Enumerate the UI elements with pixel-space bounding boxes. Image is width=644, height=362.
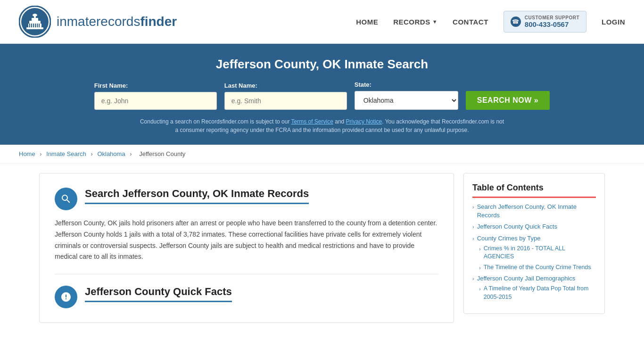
toc-link-4[interactable]: › Jefferson County Jail Demographics: [472, 274, 596, 283]
toc-list: › Search Jefferson County, OK Inmate Rec…: [472, 203, 596, 301]
toc-sub-link-3-1[interactable]: › Crimes % in 2016 - TOTAL ALL AGENCIES: [479, 245, 596, 261]
chevron-sub-icon-3-1: ›: [479, 246, 481, 253]
breadcrumb-sep2: ›: [91, 150, 94, 157]
last-name-input[interactable]: [224, 92, 347, 110]
toc-sub-item-3-1: › Crimes % in 2016 - TOTAL ALL AGENCIES: [479, 245, 596, 261]
sidebar-toc: Table of Contents › Search Jefferson Cou…: [463, 173, 605, 314]
toc-sub-4: › A Timeline of Yearly Data Pop Total fr…: [479, 285, 596, 301]
toc-item-4: › Jefferson County Jail Demographics › A…: [472, 274, 596, 301]
first-name-group: First Name:: [94, 82, 217, 110]
banner-title: Jefferson County, OK Inmate Search: [19, 57, 625, 72]
breadcrumb-inmate-search[interactable]: Inmate Search: [46, 150, 86, 157]
breadcrumb-state[interactable]: Oklahoma: [97, 150, 125, 157]
chevron-sub-icon-4-1: ›: [479, 286, 481, 293]
breadcrumb-home[interactable]: Home: [19, 150, 35, 157]
nav-contact[interactable]: CONTACT: [453, 18, 488, 26]
support-number: 800-433-0567: [525, 20, 579, 28]
toc-sub-item-3-2: › The Timeline of the County Crime Trend…: [479, 263, 596, 272]
main-nav: HOME RECORDS ▼ CONTACT ☎ CUSTOMER SUPPOR…: [356, 11, 625, 33]
toc-sub-link-4-1[interactable]: › A Timeline of Yearly Data Pop Total fr…: [479, 285, 596, 301]
svg-rect-12: [37, 24, 38, 27]
breadcrumb-sep1: ›: [40, 150, 43, 157]
headphone-icon: ☎: [511, 16, 521, 27]
section1-header: Search Jefferson County, OK Inmate Recor…: [55, 188, 438, 210]
first-name-input[interactable]: [94, 92, 217, 110]
svg-rect-5: [32, 18, 38, 21]
toc-link-2[interactable]: › Jefferson County Quick Facts: [472, 222, 596, 231]
svg-rect-10: [33, 24, 34, 27]
section-divider: [55, 274, 438, 274]
logo-text: inmaterecordsfinder: [57, 14, 177, 29]
toc-item-3: › County Crimes by Type › Crimes % in 20…: [472, 234, 596, 272]
svg-rect-2: [26, 27, 43, 29]
svg-rect-11: [35, 24, 36, 27]
nav-home[interactable]: HOME: [356, 18, 378, 26]
search-now-button[interactable]: SEARCH NOW »: [466, 91, 550, 110]
svg-rect-9: [31, 24, 32, 27]
svg-rect-13: [39, 24, 40, 27]
chevron-sub-icon-3-2: ›: [479, 264, 481, 272]
state-select[interactable]: Oklahoma: [355, 91, 458, 110]
search-banner: Jefferson County, OK Inmate Search First…: [0, 44, 644, 145]
section1-body: Jefferson County, OK jails hold prisoner…: [55, 218, 438, 263]
chevron-icon-4: ›: [472, 275, 474, 282]
last-name-group: Last Name:: [224, 82, 347, 110]
toc-item-2: › Jefferson County Quick Facts: [472, 222, 596, 231]
last-name-label: Last Name:: [224, 82, 257, 89]
toc-item-1: › Search Jefferson County, OK Inmate Rec…: [472, 203, 596, 220]
nav-login[interactable]: LOGIN: [602, 18, 625, 26]
chevron-icon-2: ›: [472, 223, 474, 230]
magnify-icon: [60, 193, 72, 205]
state-group: State: Oklahoma: [355, 81, 458, 110]
chevron-icon-1: ›: [472, 204, 474, 211]
toc-link-3[interactable]: › County Crimes by Type: [472, 234, 596, 243]
toc-sub-3: › Crimes % in 2016 - TOTAL ALL AGENCIES …: [479, 245, 596, 272]
breadcrumb: Home › Inmate Search › Oklahoma › Jeffer…: [0, 145, 644, 164]
nav-records[interactable]: RECORDS ▼: [393, 18, 438, 26]
section1-title: Search Jefferson County, OK Inmate Recor…: [85, 188, 309, 204]
chevron-icon-3: ›: [472, 235, 474, 242]
section2-header: Jefferson County Quick Facts: [55, 286, 438, 308]
breadcrumb-sep3: ›: [130, 150, 133, 157]
search-form: First Name: Last Name: State: Oklahoma S…: [19, 81, 625, 110]
banner-disclaimer: Conducting a search on Recordsfinder.com…: [138, 117, 506, 134]
search-section-icon: [55, 188, 77, 210]
state-label: State:: [355, 81, 372, 88]
svg-point-7: [33, 14, 37, 16]
svg-rect-4: [29, 21, 41, 24]
toc-link-1[interactable]: › Search Jefferson County, OK Inmate Rec…: [472, 203, 596, 220]
breadcrumb-county: Jefferson County: [139, 150, 185, 157]
toc-sub-link-3-2[interactable]: › The Timeline of the County Crime Trend…: [479, 263, 596, 272]
customer-support: ☎ CUSTOMER SUPPORT 800-433-0567: [504, 11, 586, 33]
terms-link[interactable]: Terms of Service: [291, 118, 333, 125]
alert-icon: [60, 291, 72, 303]
main-content: Search Jefferson County, OK Inmate Recor…: [20, 173, 624, 323]
support-label: CUSTOMER SUPPORT: [525, 15, 579, 20]
first-name-label: First Name:: [94, 82, 128, 89]
toc-sub-item-4-1: › A Timeline of Yearly Data Pop Total fr…: [479, 285, 596, 301]
content-area: Search Jefferson County, OK Inmate Recor…: [39, 173, 454, 323]
section2-title: Jefferson County Quick Facts: [85, 286, 232, 302]
site-header: inmaterecordsfinder HOME RECORDS ▼ CONTA…: [0, 0, 644, 44]
toc-title: Table of Contents: [472, 183, 596, 198]
svg-rect-8: [29, 24, 30, 27]
privacy-link[interactable]: Privacy Notice: [346, 118, 382, 125]
logo-area: inmaterecordsfinder: [19, 6, 177, 38]
logo-icon: [19, 6, 51, 38]
facts-section-icon: [55, 286, 77, 308]
